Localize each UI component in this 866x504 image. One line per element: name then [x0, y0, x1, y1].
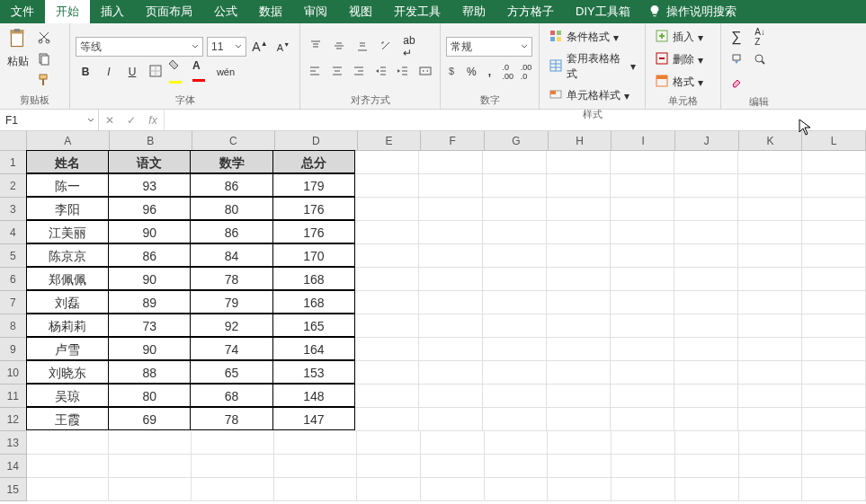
cell[interactable] — [802, 314, 866, 338]
column-header[interactable]: D — [275, 131, 358, 151]
cell[interactable]: 陈一 — [26, 173, 109, 197]
cell[interactable] — [611, 174, 674, 198]
row-header[interactable]: 6 — [0, 268, 27, 291]
cell[interactable]: 168 — [272, 290, 355, 314]
decrease-indent-button[interactable] — [372, 62, 391, 82]
column-header[interactable]: B — [110, 131, 192, 151]
cell[interactable] — [675, 478, 739, 501]
select-all-corner[interactable] — [0, 131, 27, 151]
cell[interactable] — [738, 198, 802, 221]
row-header[interactable]: 12 — [0, 408, 27, 431]
cell[interactable] — [611, 408, 674, 431]
cell[interactable]: 90 — [108, 267, 191, 290]
cell[interactable]: 吴琼 — [26, 384, 109, 407]
cell[interactable] — [738, 174, 802, 198]
underline-button[interactable]: U — [122, 62, 142, 82]
cell[interactable] — [192, 478, 274, 501]
fill-color-button[interactable] — [169, 62, 189, 82]
increase-indent-button[interactable] — [394, 62, 413, 82]
cell[interactable]: 164 — [272, 337, 355, 360]
cell[interactable] — [738, 408, 802, 431]
cell[interactable] — [355, 174, 419, 198]
cell[interactable]: 78 — [190, 407, 272, 430]
cell[interactable] — [355, 198, 419, 221]
row-header[interactable]: 13 — [0, 431, 27, 455]
cell[interactable]: 170 — [272, 243, 355, 267]
cell[interactable] — [547, 221, 611, 244]
italic-button[interactable]: I — [99, 62, 119, 82]
cell[interactable] — [738, 244, 802, 268]
format-painter-button[interactable] — [34, 71, 54, 91]
cell[interactable]: 姓名 — [26, 150, 109, 173]
cell[interactable] — [802, 408, 866, 431]
menu-data[interactable]: 数据 — [248, 0, 293, 23]
cell[interactable]: 总分 — [272, 150, 355, 173]
cell[interactable] — [421, 455, 485, 478]
cell[interactable] — [483, 221, 547, 244]
cell[interactable] — [355, 221, 419, 244]
cell[interactable] — [109, 431, 192, 455]
cell[interactable] — [802, 291, 866, 314]
cell[interactable] — [421, 478, 485, 501]
cell[interactable] — [739, 431, 803, 455]
cell[interactable]: 179 — [272, 173, 355, 197]
cell[interactable] — [355, 291, 419, 314]
cell[interactable] — [483, 385, 547, 408]
cell[interactable]: 79 — [190, 290, 272, 314]
cell[interactable] — [483, 244, 547, 268]
cell[interactable]: 刘磊 — [26, 290, 109, 314]
cell[interactable] — [547, 174, 611, 198]
cell[interactable]: 90 — [108, 337, 191, 360]
cell[interactable] — [802, 174, 866, 198]
accounting-button[interactable]: $ — [446, 62, 460, 82]
cell[interactable] — [802, 268, 866, 291]
row-header[interactable]: 1 — [0, 151, 27, 174]
enter-formula-button[interactable]: ✓ — [121, 110, 142, 130]
cell[interactable] — [548, 431, 612, 455]
cell[interactable] — [485, 478, 549, 501]
insert-cells-button[interactable]: 插入 ▾ — [651, 27, 715, 48]
cell[interactable]: 王霞 — [26, 407, 109, 430]
cell[interactable] — [802, 455, 866, 478]
cell[interactable] — [421, 431, 485, 455]
cell[interactable] — [738, 268, 802, 291]
cell[interactable]: 86 — [190, 220, 272, 243]
cell[interactable] — [419, 291, 483, 314]
column-header[interactable]: C — [192, 131, 275, 151]
cell[interactable]: 176 — [272, 220, 355, 243]
cell[interactable] — [547, 361, 611, 385]
font-name-combo[interactable]: 等线 — [76, 37, 203, 57]
menu-fangfang[interactable]: 方方格子 — [496, 0, 565, 23]
cell[interactable] — [674, 385, 738, 408]
cell[interactable] — [419, 338, 483, 361]
cell[interactable]: 90 — [108, 220, 191, 243]
cell[interactable] — [547, 198, 611, 221]
cell[interactable] — [357, 478, 421, 501]
cell[interactable] — [419, 385, 483, 408]
cell[interactable] — [483, 151, 547, 174]
cell[interactable]: 74 — [190, 337, 272, 360]
cell[interactable] — [419, 244, 483, 268]
cell[interactable] — [674, 174, 738, 198]
cell[interactable] — [483, 338, 547, 361]
cell[interactable] — [612, 455, 675, 478]
cell[interactable] — [109, 478, 192, 501]
cell[interactable] — [802, 221, 866, 244]
column-header[interactable]: K — [739, 131, 803, 151]
cell[interactable] — [483, 291, 547, 314]
cell[interactable] — [547, 408, 611, 431]
cell[interactable] — [738, 151, 802, 174]
cell[interactable] — [802, 244, 866, 268]
align-right-button[interactable] — [350, 62, 369, 82]
cell[interactable] — [611, 338, 674, 361]
cell[interactable]: 93 — [108, 173, 191, 197]
cell[interactable] — [419, 314, 483, 338]
formula-input[interactable] — [165, 110, 866, 130]
row-header[interactable]: 10 — [0, 361, 27, 385]
orientation-button[interactable] — [376, 37, 396, 57]
cell[interactable] — [802, 478, 866, 501]
cell[interactable] — [483, 314, 547, 338]
align-left-button[interactable] — [306, 62, 325, 82]
cell[interactable]: 语文 — [108, 150, 191, 173]
cell[interactable] — [355, 338, 419, 361]
